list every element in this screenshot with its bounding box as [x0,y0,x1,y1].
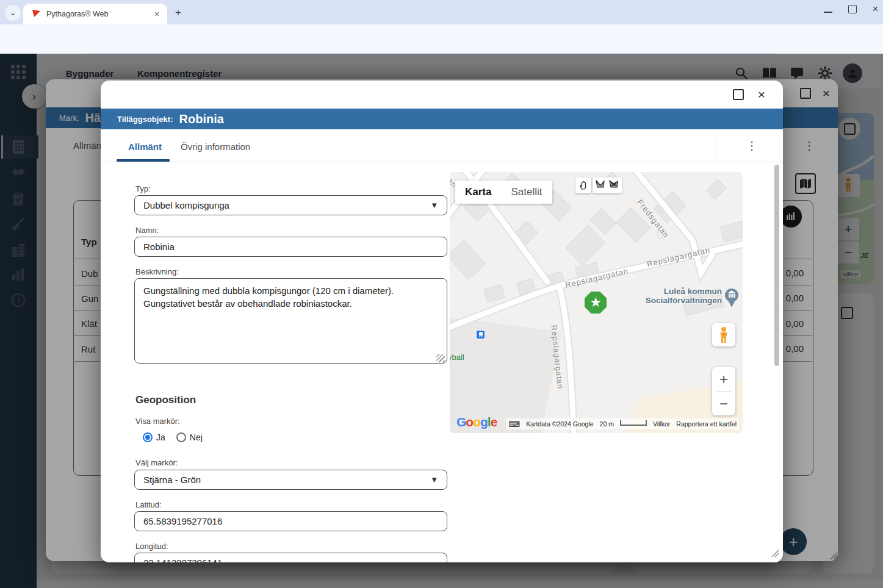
map-attribution: ⌨ Kartdata ©2024 Google 20 m Villkor Rap… [506,418,739,429]
map-scale-text: 20 m [600,420,614,428]
radio-ja-label[interactable]: Ja [156,432,165,442]
google-map[interactable]: Fredsgatan Repslagargatan Repslagargatan… [450,172,743,433]
window-close-icon[interactable]: × [873,5,878,13]
radio-nej-label[interactable]: Nej [190,432,203,442]
green-star-marker[interactable]: ★ [585,292,607,314]
beskrivning-textarea[interactable]: Gungställning med dubbla kompisgungor (1… [134,278,447,364]
keyboard-icon[interactable]: ⌨ [508,420,520,429]
map-pan-hand-tool[interactable] [575,177,591,193]
namn-label: Namn: [135,226,159,235]
valj-markor-select[interactable]: Stjärna - Grön ▼ [134,470,447,490]
longitud-input[interactable]: 22.1413887396141 [134,553,447,562]
window-maximize-icon[interactable] [848,5,857,13]
map-polygon-tools [593,177,622,193]
map-copyright: Kartdata ©2024 Google [526,420,593,428]
browser-tab[interactable]: Pythagoras® Web × [23,4,167,24]
map-type-satellit-button[interactable]: Satellit [501,181,552,204]
polygon-draw-tool[interactable] [596,180,605,191]
map-scale-bar [620,420,647,426]
window-controls: × [824,5,878,13]
poi-line2: Socialförvaltningen [646,296,722,305]
browser-toolbar: ← → ↻ pim.pythagoras.se/py_datamanager_i… [0,24,883,54]
report-map-error-link[interactable]: Rapportera ett kartfel [676,420,737,428]
latitud-label: Latitud: [135,500,162,509]
tab-search-button[interactable]: ⌄ [5,5,21,21]
bus-stop-icon[interactable] [476,330,485,339]
browser-tabstrip: ⌄ Pythagoras® Web × + × [0,0,883,24]
modal-header: Tilläggsobjekt: Robinia [101,109,783,129]
tab-title: Pythagoras® Web [46,10,151,18]
visa-markor-radiogroup: JaNej [143,432,214,443]
geoposition-heading: Geoposition [135,394,196,406]
latitud-input[interactable]: 65.5839195277016 [134,511,447,531]
typ-label: Typ: [135,184,151,193]
polygon-delete-tool[interactable] [609,180,619,191]
pythagoras-favicon [32,9,41,19]
tabbar-divider [101,162,783,162]
tab-ovrig-information[interactable]: Övrig information [181,142,250,152]
chevron-down-icon: ▼ [430,475,438,484]
modal-title-label: Tilläggsobjekt: [117,115,173,124]
modal-scrollbar[interactable] [774,165,779,366]
valj-markor-label: Välj markör: [135,458,178,467]
radio-ja[interactable] [143,432,153,442]
modal-resize-handle[interactable] [769,548,779,558]
tabbar-separator [716,139,716,162]
map-zoom-control: + − [712,367,735,415]
radio-nej[interactable] [176,432,186,442]
longitud-label: Longitud: [135,542,168,551]
new-tab-button[interactable]: + [172,7,184,20]
tab-allmant[interactable]: Allmänt [128,142,162,152]
poi-label-partial: yball [450,353,464,362]
google-logo[interactable]: Google [456,415,497,429]
latitud-value: 65.5839195277016 [143,516,222,526]
visa-markor-label: Visa markör: [135,417,180,426]
zoom-in-button[interactable]: + [712,367,735,391]
browser-window: ⌄ Pythagoras® Web × + × ← → ↻ pim.pyth [0,0,883,588]
modal-maximize-button[interactable] [732,88,745,101]
textarea-resize-grip[interactable] [436,354,445,362]
chevron-down-icon: ▼ [430,201,438,210]
tillaggsobjekt-modal: × Tilläggsobjekt: Robinia Allmänt Övrig … [101,81,783,562]
villkor-link[interactable]: Villkor [653,420,670,428]
beskrivning-value: Gungställning med dubbla kompisgungor (1… [143,284,438,310]
valj-markor-value: Stjärna - Grön [143,475,201,485]
zoom-out-button[interactable]: − [712,392,735,415]
modal-close-button[interactable]: × [755,88,768,101]
typ-select-value: Dubbel kompisgunga [143,200,229,210]
modal-kebab-icon[interactable]: ⋮ [746,139,757,152]
window-minimize-icon[interactable] [824,12,832,13]
map-type-control: Karta Satellit [455,181,552,204]
poi-line1: Luleå kommun [664,287,722,296]
beskrivning-label: Beskrivning: [135,267,179,276]
poi-pin-icon[interactable] [724,288,740,311]
pegman-control[interactable] [712,323,735,346]
typ-select[interactable]: Dubbel kompisgunga ▼ [134,195,447,215]
namn-input-value: Robinia [143,242,175,252]
poi-label[interactable]: Luleå kommun Socialförvaltningen [633,287,722,305]
modal-title: Robinia [179,112,224,126]
longitud-value: 22.1413887396141 [143,558,222,562]
tab-close-icon[interactable]: × [151,9,162,20]
map-type-karta-button[interactable]: Karta [455,181,501,204]
namn-input[interactable]: Robinia [134,237,447,257]
